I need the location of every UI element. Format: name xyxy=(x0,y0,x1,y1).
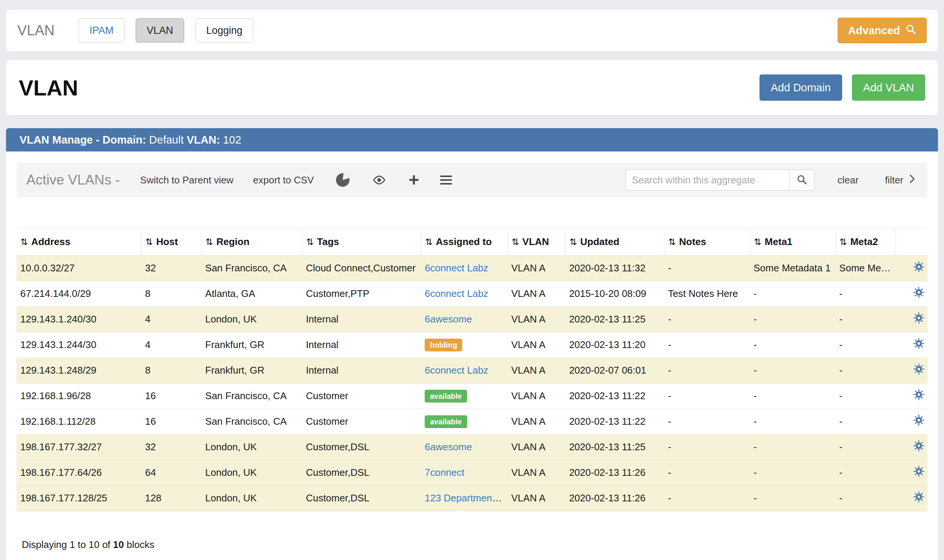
column-label: Address xyxy=(31,236,70,247)
advanced-button-label: Advanced xyxy=(848,25,900,37)
filter-link[interactable]: filter xyxy=(885,174,915,186)
assigned-link[interactable]: 7connect xyxy=(425,467,464,478)
cell-meta1: - xyxy=(750,332,835,358)
cell-address: 198.167.177.128/25 xyxy=(17,486,141,511)
column-label: VLAN xyxy=(522,236,549,247)
column-header-tags[interactable]: ⇅Tags xyxy=(302,229,421,255)
gear-icon[interactable] xyxy=(913,312,924,324)
add-vlan-button[interactable]: Add VLAN xyxy=(852,74,925,101)
sort-icon[interactable]: ⇅ xyxy=(839,237,847,247)
toolbar-icons xyxy=(335,171,452,189)
cell-meta2: - xyxy=(835,358,896,383)
column-header-meta1[interactable]: ⇅Meta1 xyxy=(750,229,835,255)
cell-meta1: - xyxy=(750,486,835,511)
cell-meta2: - xyxy=(835,434,896,460)
cell-meta2: - xyxy=(835,486,896,511)
clear-link[interactable]: clear xyxy=(838,174,859,186)
cell-tags: Internal xyxy=(302,358,421,383)
cell-notes: - xyxy=(664,332,750,358)
column-header-meta2[interactable]: ⇅Meta2 xyxy=(835,229,896,255)
gear-icon[interactable] xyxy=(913,491,924,503)
cell-vlan: VLAN A xyxy=(507,383,565,409)
column-header-region[interactable]: ⇅Region xyxy=(201,229,302,255)
cell-updated: 2020-02-13 11:22 xyxy=(565,383,664,409)
cell-vlan: VLAN A xyxy=(507,460,565,486)
cell-host: 64 xyxy=(141,460,201,486)
cell-address: 198.167.177.64/26 xyxy=(17,460,141,486)
gear-icon[interactable] xyxy=(913,389,924,400)
column-header-notes[interactable]: ⇅Notes xyxy=(664,229,750,255)
search-button[interactable] xyxy=(790,169,814,191)
cell-actions xyxy=(896,358,927,383)
cell-updated: 2020-02-13 11:25 xyxy=(565,307,664,332)
table-row: 198.167.177.128/25128London, UKCustomer,… xyxy=(17,486,927,511)
table-row: 129.143.1.244/304Frankfurt, GRInternalho… xyxy=(17,332,927,358)
gear-icon[interactable] xyxy=(913,338,924,349)
cell-host: 32 xyxy=(141,255,201,281)
cell-vlan: VLAN A xyxy=(507,358,565,383)
gear-icon[interactable] xyxy=(913,440,924,451)
assigned-link[interactable]: 6connect Labz xyxy=(425,262,488,274)
cell-notes: - xyxy=(664,358,750,383)
column-header-host[interactable]: ⇅Host xyxy=(141,229,201,255)
column-header-address[interactable]: ⇅Address xyxy=(17,229,141,255)
sort-icon[interactable]: ⇅ xyxy=(206,237,213,247)
cell-host: 16 xyxy=(141,383,201,409)
column-label: Region xyxy=(217,236,249,247)
sort-icon[interactable]: ⇅ xyxy=(20,237,28,247)
tab-logging[interactable]: Logging xyxy=(195,18,253,43)
cell-assigned: 6connect Labz xyxy=(421,281,507,307)
cell-meta2: - xyxy=(835,307,896,332)
cell-region: London, UK xyxy=(201,460,302,486)
cell-address: 129.143.1.248/29 xyxy=(17,358,141,383)
assigned-link[interactable]: 6connect Labz xyxy=(425,365,488,376)
gear-icon[interactable] xyxy=(913,261,924,272)
cell-notes: - xyxy=(664,434,750,460)
column-label: Updated xyxy=(580,236,619,247)
assigned-link[interactable]: 6awesome xyxy=(425,314,472,325)
table-footer: Displaying 1 to 10 of 10 blocks xyxy=(22,539,927,560)
sort-icon[interactable]: ⇅ xyxy=(306,237,314,247)
status-badge-available: available xyxy=(425,415,467,428)
cell-assigned: 6connect Labz xyxy=(421,255,507,281)
gear-icon[interactable] xyxy=(913,415,924,426)
assigned-link[interactable]: 123 Department… xyxy=(425,492,504,504)
column-header-assigned[interactable]: ⇅Assigned to xyxy=(421,229,507,255)
plus-icon[interactable] xyxy=(409,171,419,189)
assigned-link[interactable]: 6connect Labz xyxy=(425,288,488,299)
sort-icon[interactable]: ⇅ xyxy=(569,237,577,247)
sort-icon[interactable]: ⇅ xyxy=(145,237,153,247)
tab-ipam[interactable]: IPAM xyxy=(78,18,125,43)
gear-icon[interactable] xyxy=(913,466,924,477)
cell-host: 128 xyxy=(141,486,201,511)
sort-icon[interactable]: ⇅ xyxy=(425,237,432,247)
gear-icon[interactable] xyxy=(913,363,924,375)
table-row: 192.168.1.96/2816San Francisco, CACustom… xyxy=(17,383,927,409)
cell-meta1: - xyxy=(750,409,835,434)
advanced-search-button[interactable]: Advanced xyxy=(838,18,927,43)
footer-suffix: blocks xyxy=(127,539,154,550)
sort-icon[interactable]: ⇅ xyxy=(754,237,761,247)
column-header-updated[interactable]: ⇅Updated xyxy=(565,229,664,255)
export-csv-link[interactable]: export to CSV xyxy=(253,174,314,186)
list-icon[interactable] xyxy=(440,175,452,185)
search-input[interactable] xyxy=(626,169,790,191)
pie-chart-icon[interactable] xyxy=(335,173,350,187)
tab-vlan[interactable]: VLAN xyxy=(136,18,184,43)
sort-icon[interactable]: ⇅ xyxy=(512,237,519,247)
sort-icon[interactable]: ⇅ xyxy=(668,237,676,247)
cell-vlan: VLAN A xyxy=(507,409,565,434)
assigned-link[interactable]: 6awesome xyxy=(425,441,472,452)
cell-meta2: - xyxy=(835,460,896,486)
cell-tags: Cloud Connect,Customer xyxy=(302,255,421,281)
add-domain-button[interactable]: Add Domain xyxy=(760,74,842,101)
switch-to-parent-view-link[interactable]: Switch to Parent view xyxy=(140,174,234,186)
column-header-vlan[interactable]: ⇅VLAN xyxy=(507,229,565,255)
cell-actions xyxy=(896,460,927,486)
eye-icon[interactable] xyxy=(371,174,387,186)
table-header-row: ⇅Address⇅Host⇅Region⇅Tags⇅Assigned to⇅VL… xyxy=(17,229,927,255)
nav-tabs: IPAM VLAN Logging xyxy=(78,18,253,43)
cell-meta1: - xyxy=(750,434,835,460)
gear-icon[interactable] xyxy=(913,287,924,298)
search-group xyxy=(626,169,814,191)
